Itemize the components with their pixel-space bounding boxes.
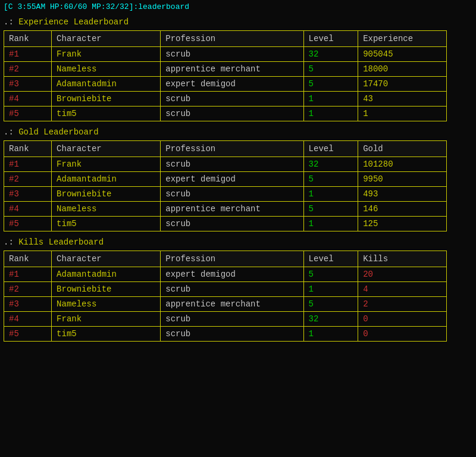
- score-value: 17470: [363, 79, 388, 89]
- value-cell: 125: [358, 217, 447, 231]
- status-line: [C 3:55AM HP:60/60 MP:32/32]:leaderboard: [4, 2, 472, 11]
- profession-cell: apprentice merchant: [161, 202, 303, 217]
- score-value: 2: [363, 299, 368, 309]
- level-cell: 5: [303, 172, 358, 187]
- table-row: #2Adamantadminexpert demigod59950: [4, 172, 447, 187]
- profession-cell: scrub: [161, 47, 303, 62]
- rank-cell: #4: [4, 202, 52, 217]
- score-value: 9950: [363, 174, 383, 184]
- section-title: Experience Leaderboard: [18, 17, 129, 27]
- character-cell: tim5: [52, 217, 161, 231]
- rank-value: #2: [9, 284, 19, 294]
- profession-value: scrub: [165, 284, 190, 294]
- table-gold: RankCharacterProfessionLevelGold#1Franks…: [4, 140, 447, 231]
- rank-cell: #1: [4, 267, 52, 282]
- level-cell: 1: [303, 327, 358, 342]
- rank-value: #3: [9, 79, 19, 89]
- rank-cell: #1: [4, 47, 52, 62]
- character-name: Nameless: [57, 204, 96, 214]
- profession-value: scrub: [165, 329, 190, 339]
- profession-value: scrub: [165, 189, 190, 199]
- character-name: tim5: [57, 219, 77, 228]
- table-row: #5tim5scrub11: [4, 107, 447, 121]
- score-value: 18000: [363, 64, 388, 74]
- col-header-level: Level: [303, 141, 358, 157]
- level-value: 5: [309, 79, 314, 89]
- header-prefix: .:: [4, 237, 18, 247]
- character-cell: Adamantadmin: [52, 77, 161, 92]
- rank-value: #5: [9, 329, 19, 339]
- level-value: 1: [309, 189, 314, 199]
- table-row: #5tim5scrub10: [4, 327, 447, 342]
- level-cell: 5: [303, 77, 358, 92]
- level-cell: 32: [303, 157, 358, 172]
- character-cell: Nameless: [52, 297, 161, 312]
- level-cell: 1: [303, 282, 358, 297]
- value-cell: 0: [358, 312, 447, 327]
- rank-cell: #3: [4, 297, 52, 312]
- col-header-profession: Profession: [161, 141, 303, 157]
- character-name: Frank: [57, 49, 82, 59]
- profession-cell: apprentice merchant: [161, 62, 303, 77]
- character-name: Browniebite: [57, 284, 111, 294]
- character-cell: tim5: [52, 107, 161, 121]
- level-value: 1: [309, 219, 314, 228]
- col-header-character: Character: [52, 31, 161, 47]
- profession-cell: scrub: [161, 157, 303, 172]
- table-row: #1Frankscrub32101280: [4, 157, 447, 172]
- table-row: #1Frankscrub32905045: [4, 47, 447, 62]
- character-name: Adamantadmin: [57, 79, 117, 89]
- level-cell: 5: [303, 62, 358, 77]
- score-value: 146: [363, 204, 378, 214]
- value-cell: 101280: [358, 157, 447, 172]
- level-value: 1: [309, 109, 314, 118]
- col-header-experience: Experience: [358, 31, 447, 47]
- character-cell: Nameless: [52, 62, 161, 77]
- value-cell: 2: [358, 297, 447, 312]
- character-cell: Adamantadmin: [52, 267, 161, 282]
- character-cell: Frank: [52, 47, 161, 62]
- rank-value: #1: [9, 270, 19, 279]
- leaderboard-container: .: Experience LeaderboardRankCharacterPr…: [4, 17, 472, 342]
- rank-value: #4: [9, 204, 19, 214]
- header-prefix: .:: [4, 17, 18, 27]
- character-name: Nameless: [57, 299, 96, 309]
- profession-cell: scrub: [161, 187, 303, 202]
- character-name: Frank: [57, 159, 82, 169]
- score-value: 493: [363, 189, 378, 199]
- rank-value: #2: [9, 174, 19, 184]
- value-cell: 4: [358, 282, 447, 297]
- value-cell: 905045: [358, 47, 447, 62]
- profession-cell: expert demigod: [161, 77, 303, 92]
- table-row: #1Adamantadminexpert demigod520: [4, 267, 447, 282]
- character-name: Adamantadmin: [57, 270, 117, 279]
- col-header-profession: Profession: [161, 251, 303, 267]
- value-cell: 1: [358, 107, 447, 121]
- rank-cell: #5: [4, 327, 52, 342]
- profession-cell: scrub: [161, 312, 303, 327]
- value-cell: 493: [358, 187, 447, 202]
- profession-value: scrub: [165, 109, 190, 118]
- value-cell: 9950: [358, 172, 447, 187]
- table-row: #3Browniebitescrub1493: [4, 187, 447, 202]
- value-cell: 43: [358, 92, 447, 107]
- status-bar: [C 3:55AM HP:60/60 MP:32/32]:leaderboard: [4, 2, 472, 11]
- level-cell: 1: [303, 187, 358, 202]
- status-text: [C 3:55AM HP:60/60 MP:32/32]:leaderboard: [4, 2, 189, 11]
- profession-cell: scrub: [161, 327, 303, 342]
- level-value: 1: [309, 329, 314, 339]
- col-header-character: Character: [52, 251, 161, 267]
- level-value: 32: [309, 49, 319, 59]
- level-value: 32: [309, 314, 319, 324]
- col-header-rank: Rank: [4, 251, 52, 267]
- level-cell: 5: [303, 297, 358, 312]
- score-value: 43: [363, 94, 373, 104]
- profession-value: scrub: [165, 219, 190, 228]
- level-cell: 5: [303, 267, 358, 282]
- character-cell: tim5: [52, 327, 161, 342]
- score-value: 101280: [363, 159, 393, 169]
- table-row: #5tim5scrub1125: [4, 217, 447, 231]
- profession-cell: scrub: [161, 217, 303, 231]
- score-value: 0: [363, 329, 368, 339]
- character-name: tim5: [57, 329, 77, 339]
